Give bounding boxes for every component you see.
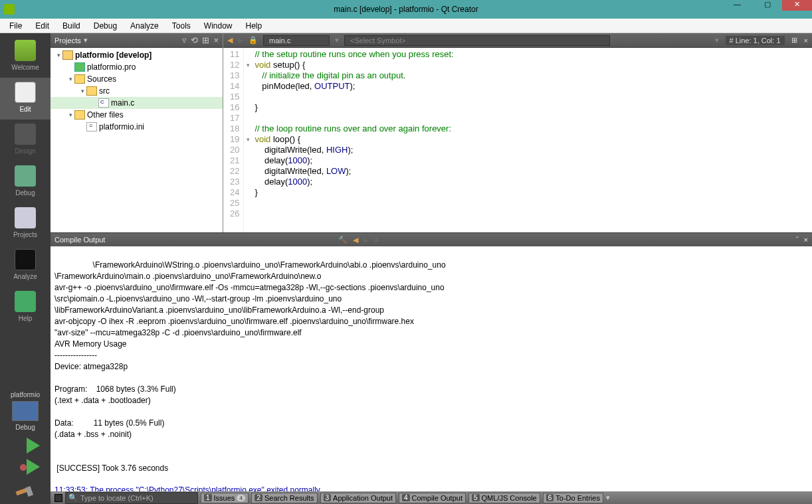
compile-header: Compile Output 🔨 ◀ ▶ ■ ˇ × [51, 233, 812, 246]
mode-bar: Welcome Edit Design Debug Projects Analy… [0, 33, 51, 504]
menu-debug[interactable]: Debug [87, 20, 124, 32]
pane-to-do-entries[interactable]: 6To-Do Entries [543, 493, 603, 503]
editor-close-icon[interactable]: × [804, 37, 808, 44]
mode-analyze[interactable]: Analyze [0, 245, 51, 287]
menu-bar: FileEditBuildDebugAnalyzeToolsWindowHelp [0, 19, 812, 33]
app-icon [4, 4, 15, 15]
run-button[interactable] [11, 434, 40, 458]
projects-header: Projects ▾ ▿ ⟲ ⊞ × [51, 33, 223, 48]
prev-icon[interactable]: ◀ [353, 236, 358, 244]
lock-icon[interactable]: 🔒 [249, 36, 258, 44]
menu-window[interactable]: Window [197, 20, 239, 32]
run-debug-button[interactable] [11, 458, 40, 483]
search-icon: 🔍 [68, 493, 78, 502]
nav-fwd-icon[interactable]: ▶ [238, 36, 243, 44]
tree-node[interactable]: platformio.ini [51, 121, 223, 133]
tree-node[interactable]: ▾platformio [develop] [51, 49, 223, 61]
locator-input[interactable]: 🔍 Type to locate (Ctrl+K) [65, 492, 198, 504]
menu-tools[interactable]: Tools [165, 20, 197, 32]
maximize-button[interactable]: ▢ [752, 0, 782, 11]
pane-issues[interactable]: 1Issues4 [201, 493, 249, 503]
link-icon[interactable]: ⟲ [191, 35, 198, 45]
title-bar: main.c [develop] - platformio - Qt Creat… [0, 0, 812, 19]
menu-help[interactable]: Help [239, 20, 269, 32]
close-button[interactable]: ✕ [782, 0, 812, 11]
editor-toolbar: ◀ ▶ 🔒 main.c ▾ <Select Symbol> ▾ # Line:… [223, 33, 812, 48]
tree-node[interactable]: ▾Sources [51, 73, 223, 85]
split-icon[interactable]: ⊞ [202, 35, 209, 45]
kit-selector[interactable]: platformio Debug [11, 388, 40, 434]
compile-output[interactable]: \FrameworkArduino\WString.o .pioenvs\ard… [51, 246, 812, 491]
pane-application-output[interactable]: 3Application Output [320, 493, 396, 503]
mode-welcome[interactable]: Welcome [0, 36, 51, 78]
projects-dropdown-icon[interactable]: ▾ [84, 36, 88, 44]
line-col-indicator[interactable]: # Line: 1, Col: 1 [726, 36, 785, 45]
tree-node[interactable]: ▾src [51, 85, 223, 97]
mode-debug[interactable]: Debug [0, 161, 51, 203]
mode-help[interactable]: Help [0, 287, 51, 329]
tree-node[interactable]: main.c [51, 97, 223, 109]
pane-compile-output[interactable]: 4Compile Output [399, 493, 466, 503]
maximize-output-icon[interactable]: ˇ [796, 236, 799, 244]
close-panel-icon[interactable]: × [213, 35, 219, 45]
stop-icon[interactable]: ■ [374, 236, 379, 244]
mode-projects[interactable]: Projects [0, 203, 51, 245]
menu-build[interactable]: Build [56, 20, 87, 32]
panes-close-icon[interactable]: ▾ [606, 493, 610, 502]
mode-edit[interactable]: Edit [0, 78, 51, 120]
monitor-icon [12, 401, 39, 421]
window-title: main.c [develop] - platformio - Qt Creat… [334, 5, 478, 14]
tree-node[interactable]: ▾Other files [51, 109, 223, 121]
menu-edit[interactable]: Edit [29, 20, 56, 32]
minimize-button[interactable]: — [722, 0, 752, 11]
hammer-icon[interactable]: 🔨 [338, 236, 348, 244]
mode-design[interactable]: Design [0, 120, 51, 161]
project-tree[interactable]: ▾platformio [develop]platformio.pro▾Sour… [51, 48, 223, 232]
filter-icon[interactable]: ▿ [182, 35, 187, 45]
file-selector[interactable]: main.c [263, 35, 330, 46]
pane-search-results[interactable]: 2Search Results [251, 493, 317, 503]
editor-split-icon[interactable]: ⊞ [791, 36, 797, 44]
menu-analyze[interactable]: Analyze [124, 20, 165, 32]
close-output-icon[interactable]: × [804, 236, 808, 244]
tree-node[interactable]: platformio.pro [51, 61, 223, 73]
code-editor[interactable]: 11121314151617181920212223242526 ▾▾ // t… [223, 48, 812, 232]
symbol-selector[interactable]: <Select Symbol> [344, 35, 610, 46]
toggle-sidebar-icon[interactable] [54, 494, 62, 502]
status-bar: 🔍 Type to locate (Ctrl+K) 1Issues42Searc… [51, 491, 812, 504]
projects-title: Projects [54, 37, 81, 44]
build-button[interactable] [16, 483, 35, 504]
pane-qml-js-console[interactable]: 5QML/JS Console [468, 493, 540, 503]
nav-back-icon[interactable]: ◀ [227, 36, 233, 44]
next-icon[interactable]: ▶ [363, 236, 369, 244]
menu-file[interactable]: File [3, 20, 29, 32]
compile-title: Compile Output [54, 236, 105, 244]
